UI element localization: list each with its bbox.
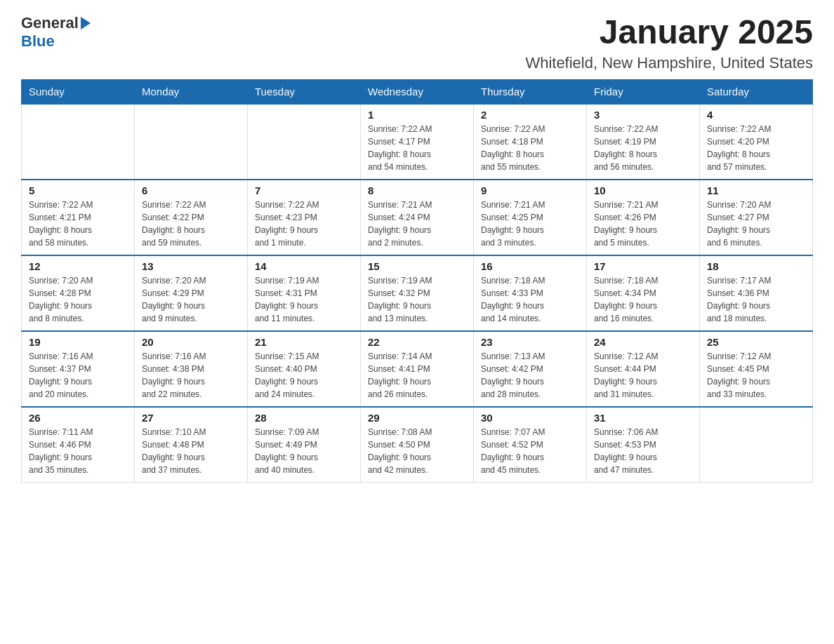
day-info: Sunrise: 7:20 AM Sunset: 4:29 PM Dayligh…	[142, 274, 240, 325]
day-number: 10	[594, 185, 692, 196]
day-number: 22	[368, 336, 466, 348]
day-number: 23	[481, 336, 579, 348]
calendar-cell: 4Sunrise: 7:22 AM Sunset: 4:20 PM Daylig…	[700, 104, 813, 180]
calendar-cell: 3Sunrise: 7:22 AM Sunset: 4:19 PM Daylig…	[587, 104, 700, 180]
week-row-3: 12Sunrise: 7:20 AM Sunset: 4:28 PM Dayli…	[22, 255, 813, 331]
day-number: 28	[255, 412, 353, 424]
calendar-table: SundayMondayTuesdayWednesdayThursdayFrid…	[21, 79, 813, 483]
calendar-cell: 7Sunrise: 7:22 AM Sunset: 4:23 PM Daylig…	[248, 180, 361, 255]
calendar-cell: 13Sunrise: 7:20 AM Sunset: 4:29 PM Dayli…	[135, 255, 248, 331]
day-number: 20	[142, 336, 240, 348]
day-number: 13	[142, 260, 240, 272]
weekday-header-sunday: Sunday	[22, 79, 135, 104]
day-info: Sunrise: 7:20 AM Sunset: 4:27 PM Dayligh…	[707, 199, 805, 249]
calendar-cell: 19Sunrise: 7:16 AM Sunset: 4:37 PM Dayli…	[22, 331, 135, 407]
day-info: Sunrise: 7:16 AM Sunset: 4:38 PM Dayligh…	[142, 350, 240, 401]
day-info: Sunrise: 7:07 AM Sunset: 4:52 PM Dayligh…	[481, 426, 579, 476]
day-info: Sunrise: 7:19 AM Sunset: 4:31 PM Dayligh…	[255, 274, 353, 325]
day-number: 7	[255, 185, 353, 196]
calendar-cell: 15Sunrise: 7:19 AM Sunset: 4:32 PM Dayli…	[361, 255, 474, 331]
day-info: Sunrise: 7:21 AM Sunset: 4:26 PM Dayligh…	[594, 199, 692, 249]
month-title: January 2025	[525, 14, 813, 51]
day-info: Sunrise: 7:16 AM Sunset: 4:37 PM Dayligh…	[29, 350, 127, 401]
calendar-cell: 6Sunrise: 7:22 AM Sunset: 4:22 PM Daylig…	[135, 180, 248, 255]
week-row-2: 5Sunrise: 7:22 AM Sunset: 4:21 PM Daylig…	[22, 180, 813, 255]
day-info: Sunrise: 7:18 AM Sunset: 4:33 PM Dayligh…	[481, 274, 579, 325]
day-number: 11	[707, 185, 805, 196]
week-row-1: 1Sunrise: 7:22 AM Sunset: 4:17 PM Daylig…	[22, 104, 813, 180]
calendar-cell: 5Sunrise: 7:22 AM Sunset: 4:21 PM Daylig…	[22, 180, 135, 255]
week-row-5: 26Sunrise: 7:11 AM Sunset: 4:46 PM Dayli…	[22, 407, 813, 483]
calendar-cell: 30Sunrise: 7:07 AM Sunset: 4:52 PM Dayli…	[474, 407, 587, 483]
day-info: Sunrise: 7:20 AM Sunset: 4:28 PM Dayligh…	[29, 274, 127, 325]
day-info: Sunrise: 7:19 AM Sunset: 4:32 PM Dayligh…	[368, 274, 466, 325]
day-info: Sunrise: 7:17 AM Sunset: 4:36 PM Dayligh…	[707, 274, 805, 325]
page-header: General Blue January 2025 Whitefield, Ne…	[21, 14, 813, 72]
calendar-cell: 26Sunrise: 7:11 AM Sunset: 4:46 PM Dayli…	[22, 407, 135, 483]
weekday-header-monday: Monday	[135, 79, 248, 104]
day-number: 21	[255, 336, 353, 348]
day-number: 26	[29, 412, 127, 424]
calendar-cell: 23Sunrise: 7:13 AM Sunset: 4:42 PM Dayli…	[474, 331, 587, 407]
calendar-cell: 28Sunrise: 7:09 AM Sunset: 4:49 PM Dayli…	[248, 407, 361, 483]
calendar-cell	[22, 104, 135, 180]
day-number: 8	[368, 185, 466, 196]
day-info: Sunrise: 7:18 AM Sunset: 4:34 PM Dayligh…	[594, 274, 692, 325]
day-number: 15	[368, 260, 466, 272]
weekday-header-wednesday: Wednesday	[361, 79, 474, 104]
day-number: 18	[707, 260, 805, 272]
calendar-cell: 8Sunrise: 7:21 AM Sunset: 4:24 PM Daylig…	[361, 180, 474, 255]
day-info: Sunrise: 7:11 AM Sunset: 4:46 PM Dayligh…	[29, 426, 127, 476]
day-number: 30	[481, 412, 579, 424]
day-info: Sunrise: 7:12 AM Sunset: 4:44 PM Dayligh…	[594, 350, 692, 401]
day-number: 19	[29, 336, 127, 348]
calendar-cell: 27Sunrise: 7:10 AM Sunset: 4:48 PM Dayli…	[135, 407, 248, 483]
day-number: 27	[142, 412, 240, 424]
day-info: Sunrise: 7:22 AM Sunset: 4:17 PM Dayligh…	[368, 123, 466, 173]
day-info: Sunrise: 7:13 AM Sunset: 4:42 PM Dayligh…	[481, 350, 579, 401]
day-info: Sunrise: 7:22 AM Sunset: 4:20 PM Dayligh…	[707, 123, 805, 173]
day-number: 29	[368, 412, 466, 424]
calendar-cell: 20Sunrise: 7:16 AM Sunset: 4:38 PM Dayli…	[135, 331, 248, 407]
day-number: 24	[594, 336, 692, 348]
day-info: Sunrise: 7:22 AM Sunset: 4:22 PM Dayligh…	[142, 199, 240, 249]
calendar-cell	[248, 104, 361, 180]
day-info: Sunrise: 7:09 AM Sunset: 4:49 PM Dayligh…	[255, 426, 353, 476]
location-title: Whitefield, New Hampshire, United States	[525, 54, 813, 72]
day-number: 17	[594, 260, 692, 272]
logo-blue-text: Blue	[21, 32, 55, 51]
day-info: Sunrise: 7:10 AM Sunset: 4:48 PM Dayligh…	[142, 426, 240, 476]
title-area: January 2025 Whitefield, New Hampshire, …	[525, 14, 813, 72]
calendar-cell: 25Sunrise: 7:12 AM Sunset: 4:45 PM Dayli…	[700, 331, 813, 407]
day-number: 1	[368, 109, 466, 121]
day-number: 31	[594, 412, 692, 424]
day-info: Sunrise: 7:08 AM Sunset: 4:50 PM Dayligh…	[368, 426, 466, 476]
weekday-header-thursday: Thursday	[474, 79, 587, 104]
calendar-cell: 18Sunrise: 7:17 AM Sunset: 4:36 PM Dayli…	[700, 255, 813, 331]
day-info: Sunrise: 7:14 AM Sunset: 4:41 PM Dayligh…	[368, 350, 466, 401]
weekday-header-row: SundayMondayTuesdayWednesdayThursdayFrid…	[22, 79, 813, 104]
day-info: Sunrise: 7:22 AM Sunset: 4:23 PM Dayligh…	[255, 199, 353, 249]
day-info: Sunrise: 7:22 AM Sunset: 4:19 PM Dayligh…	[594, 123, 692, 173]
day-number: 5	[29, 185, 127, 196]
calendar-cell: 2Sunrise: 7:22 AM Sunset: 4:18 PM Daylig…	[474, 104, 587, 180]
week-row-4: 19Sunrise: 7:16 AM Sunset: 4:37 PM Dayli…	[22, 331, 813, 407]
day-number: 3	[594, 109, 692, 121]
day-number: 12	[29, 260, 127, 272]
calendar-cell	[135, 104, 248, 180]
day-number: 14	[255, 260, 353, 272]
calendar-cell: 31Sunrise: 7:06 AM Sunset: 4:53 PM Dayli…	[587, 407, 700, 483]
calendar-cell: 22Sunrise: 7:14 AM Sunset: 4:41 PM Dayli…	[361, 331, 474, 407]
day-info: Sunrise: 7:12 AM Sunset: 4:45 PM Dayligh…	[707, 350, 805, 401]
weekday-header-friday: Friday	[587, 79, 700, 104]
calendar-cell: 24Sunrise: 7:12 AM Sunset: 4:44 PM Dayli…	[587, 331, 700, 407]
calendar-cell: 21Sunrise: 7:15 AM Sunset: 4:40 PM Dayli…	[248, 331, 361, 407]
calendar-cell: 16Sunrise: 7:18 AM Sunset: 4:33 PM Dayli…	[474, 255, 587, 331]
day-number: 4	[707, 109, 805, 121]
logo-general-text: General	[21, 14, 79, 32]
day-number: 16	[481, 260, 579, 272]
day-info: Sunrise: 7:21 AM Sunset: 4:24 PM Dayligh…	[368, 199, 466, 249]
day-number: 25	[707, 336, 805, 348]
logo-triangle-icon	[81, 17, 91, 29]
day-number: 9	[481, 185, 579, 196]
